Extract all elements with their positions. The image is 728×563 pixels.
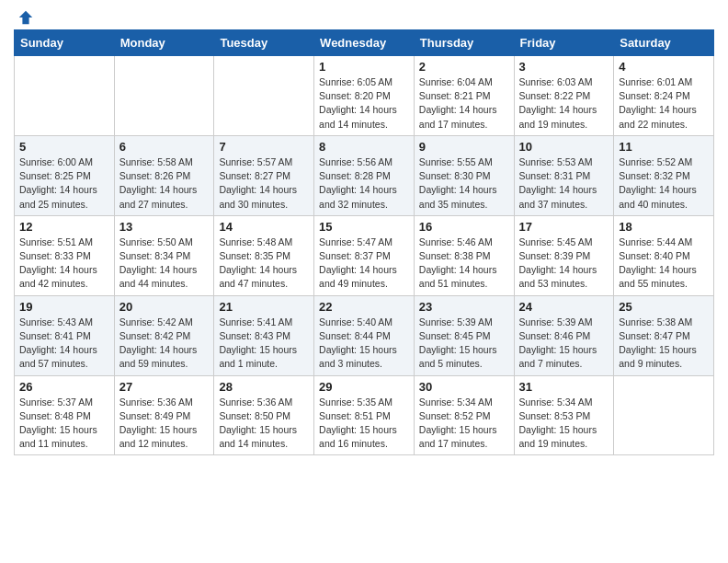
day-info: Sunrise: 5:34 AMSunset: 8:53 PMDaylight:… xyxy=(519,396,609,452)
calendar-cell-4-3: 29Sunrise: 5:35 AMSunset: 8:51 PMDayligh… xyxy=(314,375,415,455)
day-number: 18 xyxy=(619,220,709,234)
calendar-cell-0-4: 2Sunrise: 6:04 AMSunset: 8:21 PMDaylight… xyxy=(414,56,514,136)
day-number: 31 xyxy=(519,380,609,394)
calendar-cell-1-4: 9Sunrise: 5:55 AMSunset: 8:30 PMDaylight… xyxy=(414,135,514,215)
day-info: Sunrise: 5:46 AMSunset: 8:38 PMDaylight:… xyxy=(419,236,509,292)
calendar-cell-2-4: 16Sunrise: 5:46 AMSunset: 8:38 PMDayligh… xyxy=(414,215,514,295)
day-info: Sunrise: 5:42 AMSunset: 8:42 PMDaylight:… xyxy=(119,316,210,372)
week-row-4: 19Sunrise: 5:43 AMSunset: 8:41 PMDayligh… xyxy=(15,295,714,375)
day-info: Sunrise: 5:55 AMSunset: 8:30 PMDaylight:… xyxy=(419,155,509,212)
day-number: 27 xyxy=(119,380,210,394)
calendar-cell-1-1: 6Sunrise: 5:58 AMSunset: 8:26 PMDaylight… xyxy=(114,135,214,215)
calendar-cell-1-6: 11Sunrise: 5:52 AMSunset: 8:32 PMDayligh… xyxy=(614,135,714,215)
week-row-1: 1Sunrise: 6:05 AMSunset: 8:20 PMDaylight… xyxy=(15,56,714,136)
calendar-cell-4-2: 28Sunrise: 5:36 AMSunset: 8:50 PMDayligh… xyxy=(214,375,314,455)
day-number: 10 xyxy=(519,140,609,154)
day-info: Sunrise: 5:43 AMSunset: 8:41 PMDaylight:… xyxy=(19,316,109,372)
logo xyxy=(14,9,34,22)
day-number: 13 xyxy=(119,220,210,234)
day-number: 4 xyxy=(619,60,709,74)
calendar-cell-0-1 xyxy=(114,56,214,136)
day-info: Sunrise: 5:53 AMSunset: 8:31 PMDaylight:… xyxy=(519,155,609,212)
day-info: Sunrise: 5:41 AMSunset: 8:43 PMDaylight:… xyxy=(219,316,309,372)
day-info: Sunrise: 5:34 AMSunset: 8:52 PMDaylight:… xyxy=(419,396,509,452)
week-row-5: 26Sunrise: 5:37 AMSunset: 8:48 PMDayligh… xyxy=(15,375,714,455)
calendar-cell-1-0: 5Sunrise: 6:00 AMSunset: 8:25 PMDaylight… xyxy=(15,135,115,215)
week-row-3: 12Sunrise: 5:51 AMSunset: 8:33 PMDayligh… xyxy=(15,215,714,295)
day-number: 29 xyxy=(319,380,409,394)
day-number: 26 xyxy=(19,380,109,394)
day-info: Sunrise: 5:47 AMSunset: 8:37 PMDaylight:… xyxy=(319,236,409,292)
day-number: 1 xyxy=(319,60,409,74)
day-info: Sunrise: 5:51 AMSunset: 8:33 PMDaylight:… xyxy=(19,236,109,292)
day-info: Sunrise: 6:03 AMSunset: 8:22 PMDaylight:… xyxy=(519,75,609,132)
day-info: Sunrise: 5:37 AMSunset: 8:48 PMDaylight:… xyxy=(19,396,109,452)
svg-marker-0 xyxy=(19,11,32,24)
day-info: Sunrise: 5:56 AMSunset: 8:28 PMDaylight:… xyxy=(319,155,409,212)
day-number: 6 xyxy=(119,140,210,154)
day-number: 7 xyxy=(219,140,309,154)
calendar-cell-3-5: 24Sunrise: 5:39 AMSunset: 8:46 PMDayligh… xyxy=(514,295,614,375)
calendar-table: SundayMondayTuesdayWednesdayThursdayFrid… xyxy=(14,29,714,455)
day-number: 9 xyxy=(419,140,509,154)
calendar-cell-2-1: 13Sunrise: 5:50 AMSunset: 8:34 PMDayligh… xyxy=(114,215,214,295)
day-info: Sunrise: 5:44 AMSunset: 8:40 PMDaylight:… xyxy=(619,236,709,292)
day-number: 19 xyxy=(19,300,109,314)
calendar-cell-2-5: 17Sunrise: 5:45 AMSunset: 8:39 PMDayligh… xyxy=(514,215,614,295)
day-number: 3 xyxy=(519,60,609,74)
day-info: Sunrise: 5:57 AMSunset: 8:27 PMDaylight:… xyxy=(219,155,309,212)
day-info: Sunrise: 5:58 AMSunset: 8:26 PMDaylight:… xyxy=(119,155,210,212)
calendar-cell-4-5: 31Sunrise: 5:34 AMSunset: 8:53 PMDayligh… xyxy=(514,375,614,455)
day-info: Sunrise: 5:45 AMSunset: 8:39 PMDaylight:… xyxy=(519,236,609,292)
calendar-cell-1-5: 10Sunrise: 5:53 AMSunset: 8:31 PMDayligh… xyxy=(514,135,614,215)
header xyxy=(14,9,714,22)
day-number: 11 xyxy=(619,140,709,154)
weekday-header-monday: Monday xyxy=(114,30,214,56)
day-info: Sunrise: 5:39 AMSunset: 8:45 PMDaylight:… xyxy=(419,316,509,372)
calendar-cell-2-0: 12Sunrise: 5:51 AMSunset: 8:33 PMDayligh… xyxy=(15,215,115,295)
weekday-header-tuesday: Tuesday xyxy=(214,30,314,56)
page: SundayMondayTuesdayWednesdayThursdayFrid… xyxy=(0,0,728,469)
weekday-header-sunday: Sunday xyxy=(15,30,115,56)
calendar-cell-3-2: 21Sunrise: 5:41 AMSunset: 8:43 PMDayligh… xyxy=(214,295,314,375)
day-info: Sunrise: 5:36 AMSunset: 8:49 PMDaylight:… xyxy=(119,396,210,452)
day-number: 24 xyxy=(519,300,609,314)
calendar-cell-4-6 xyxy=(614,375,714,455)
day-number: 23 xyxy=(419,300,509,314)
calendar-cell-2-6: 18Sunrise: 5:44 AMSunset: 8:40 PMDayligh… xyxy=(614,215,714,295)
day-number: 5 xyxy=(19,140,109,154)
weekday-header-row: SundayMondayTuesdayWednesdayThursdayFrid… xyxy=(15,30,714,56)
day-info: Sunrise: 6:01 AMSunset: 8:24 PMDaylight:… xyxy=(619,75,709,132)
calendar-cell-4-4: 30Sunrise: 5:34 AMSunset: 8:52 PMDayligh… xyxy=(414,375,514,455)
weekday-header-friday: Friday xyxy=(514,30,614,56)
day-info: Sunrise: 5:36 AMSunset: 8:50 PMDaylight:… xyxy=(219,396,309,452)
day-number: 17 xyxy=(519,220,609,234)
day-number: 16 xyxy=(419,220,509,234)
day-info: Sunrise: 5:48 AMSunset: 8:35 PMDaylight:… xyxy=(219,236,309,292)
calendar-cell-1-2: 7Sunrise: 5:57 AMSunset: 8:27 PMDaylight… xyxy=(214,135,314,215)
day-number: 15 xyxy=(319,220,409,234)
day-info: Sunrise: 5:50 AMSunset: 8:34 PMDaylight:… xyxy=(119,236,210,292)
weekday-header-wednesday: Wednesday xyxy=(314,30,415,56)
day-number: 28 xyxy=(219,380,309,394)
day-info: Sunrise: 5:35 AMSunset: 8:51 PMDaylight:… xyxy=(319,396,409,452)
day-info: Sunrise: 5:40 AMSunset: 8:44 PMDaylight:… xyxy=(319,316,409,372)
day-number: 25 xyxy=(619,300,709,314)
day-number: 2 xyxy=(419,60,509,74)
calendar-cell-0-6: 4Sunrise: 6:01 AMSunset: 8:24 PMDaylight… xyxy=(614,56,714,136)
calendar-cell-0-3: 1Sunrise: 6:05 AMSunset: 8:20 PMDaylight… xyxy=(314,56,415,136)
day-number: 8 xyxy=(319,140,409,154)
day-number: 20 xyxy=(119,300,210,314)
calendar-cell-0-2 xyxy=(214,56,314,136)
day-number: 30 xyxy=(419,380,509,394)
calendar-cell-0-5: 3Sunrise: 6:03 AMSunset: 8:22 PMDaylight… xyxy=(514,56,614,136)
day-number: 21 xyxy=(219,300,309,314)
day-info: Sunrise: 5:38 AMSunset: 8:47 PMDaylight:… xyxy=(619,316,709,372)
logo-icon xyxy=(17,9,34,26)
calendar-cell-3-0: 19Sunrise: 5:43 AMSunset: 8:41 PMDayligh… xyxy=(15,295,115,375)
day-info: Sunrise: 6:04 AMSunset: 8:21 PMDaylight:… xyxy=(419,75,509,132)
day-info: Sunrise: 5:39 AMSunset: 8:46 PMDaylight:… xyxy=(519,316,609,372)
calendar-cell-3-4: 23Sunrise: 5:39 AMSunset: 8:45 PMDayligh… xyxy=(414,295,514,375)
calendar-cell-2-2: 14Sunrise: 5:48 AMSunset: 8:35 PMDayligh… xyxy=(214,215,314,295)
day-info: Sunrise: 5:52 AMSunset: 8:32 PMDaylight:… xyxy=(619,155,709,212)
